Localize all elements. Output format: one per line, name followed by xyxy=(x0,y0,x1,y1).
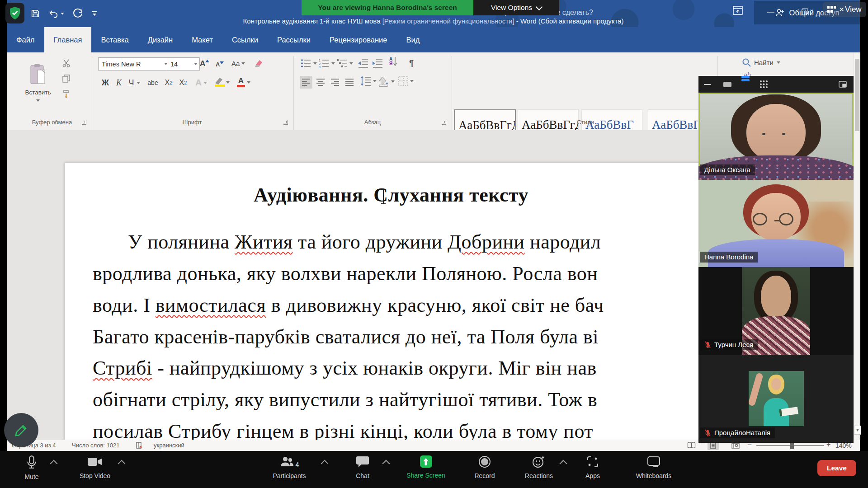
sort-button[interactable]: А Я xyxy=(389,57,397,66)
save-icon[interactable] xyxy=(30,9,40,19)
grid-view-icon[interactable] xyxy=(760,76,768,93)
pop-out-icon[interactable] xyxy=(839,76,847,93)
apps-button[interactable]: Apps xyxy=(566,455,620,479)
superscript-button[interactable]: X2 xyxy=(177,76,189,89)
font-size-combo[interactable]: 14 xyxy=(167,57,200,70)
mute-button[interactable]: Mute xyxy=(5,455,59,480)
cut-icon[interactable] xyxy=(62,59,72,68)
tab-file[interactable]: Файл xyxy=(7,27,44,52)
video-tile[interactable]: Hanna Borodina xyxy=(698,180,854,267)
language-indicator[interactable]: украинский xyxy=(154,442,184,449)
shrink-font-button[interactable]: А xyxy=(216,59,224,70)
bullets-icon xyxy=(301,58,311,68)
paste-label: Вставить xyxy=(25,89,51,96)
read-mode-button[interactable] xyxy=(687,441,696,449)
clipboard-dialog-launcher[interactable] xyxy=(82,120,86,125)
font-color-button[interactable]: А xyxy=(234,75,252,89)
underline-button[interactable]: Ч xyxy=(126,76,143,89)
participant-name-label: ПроцайлоНаталія xyxy=(700,427,775,438)
find-button[interactable]: Найти xyxy=(742,58,780,67)
borders-button[interactable] xyxy=(398,76,414,86)
record-button[interactable]: Record xyxy=(458,455,512,479)
justify-button[interactable] xyxy=(343,76,356,89)
clear-formatting-icon[interactable] xyxy=(253,57,265,69)
increase-indent-icon[interactable] xyxy=(372,58,383,68)
whiteboards-button[interactable]: Whiteboards xyxy=(627,455,681,479)
decrease-indent-icon[interactable] xyxy=(358,58,368,68)
line-spacing-button[interactable] xyxy=(360,76,377,86)
vertical-scrollbar[interactable]: ▼ xyxy=(854,52,860,440)
italic-button[interactable]: К xyxy=(113,76,124,89)
strikethrough-button[interactable]: abe xyxy=(145,76,160,89)
screen-share-banner-text: You are viewing Hanna Borodina's screen xyxy=(318,4,457,12)
word-count[interactable]: Число слов: 1021 xyxy=(72,442,120,449)
multilevel-list-button[interactable] xyxy=(337,58,353,68)
zoom-meeting-toolbar: Mute Stop Video 4 Participants Chat Shar… xyxy=(0,451,868,488)
font-dialog-launcher[interactable] xyxy=(283,120,288,125)
customize-quick-access-icon[interactable] xyxy=(91,10,98,17)
participant-figure xyxy=(782,133,785,135)
view-options-button[interactable]: View Options xyxy=(473,0,559,15)
scrollbar-down-arrow[interactable]: ▼ xyxy=(854,426,861,435)
align-center-button[interactable] xyxy=(314,76,327,89)
show-marks-button[interactable]: ¶ xyxy=(406,57,416,70)
chat-button[interactable]: Chat xyxy=(335,455,390,479)
font-name-combo[interactable]: Times New R xyxy=(98,57,170,70)
video-tile[interactable]: Турчин Леся xyxy=(698,267,854,355)
bullets-dropdown-icon xyxy=(313,62,317,65)
zoom-slider-thumb[interactable] xyxy=(790,442,794,449)
participants-button[interactable]: 4 Participants xyxy=(262,455,316,479)
bullets-button[interactable] xyxy=(301,58,317,68)
tab-layout[interactable]: Макет xyxy=(182,27,222,52)
proofing-error-icon[interactable] xyxy=(136,441,143,449)
leave-button[interactable]: Leave xyxy=(817,460,856,476)
format-painter-icon[interactable] xyxy=(62,89,71,99)
numbering-button[interactable]: 123 xyxy=(319,58,335,68)
ribbon-display-options-icon[interactable] xyxy=(732,5,743,15)
paste-button[interactable]: Вставить xyxy=(18,56,58,109)
zoom-level[interactable]: 140% xyxy=(835,442,852,449)
paragraph-dialog-launcher[interactable] xyxy=(442,120,446,125)
video-tile-active-speaker[interactable]: Дільна Оксана xyxy=(698,93,854,180)
subscript-button[interactable]: X2 xyxy=(162,76,175,89)
muted-mic-icon xyxy=(704,429,711,436)
text-effects-button[interactable]: А xyxy=(195,76,208,89)
numbering-icon: 123 xyxy=(319,58,330,68)
zoom-view-button[interactable]: × View xyxy=(823,2,866,17)
highlight-button[interactable] xyxy=(212,75,231,89)
tab-mailings[interactable]: Рассылки xyxy=(268,27,320,52)
close-icon[interactable]: × xyxy=(839,5,844,14)
svg-text:1: 1 xyxy=(319,59,321,62)
tab-design[interactable]: Дизайн xyxy=(138,27,182,52)
tab-review[interactable]: Рецензирование xyxy=(320,27,396,52)
grow-font-button[interactable]: А xyxy=(200,57,209,70)
annotate-button[interactable] xyxy=(4,413,38,447)
redo-icon[interactable] xyxy=(72,8,83,19)
tab-references[interactable]: Ссылки xyxy=(222,27,268,52)
document-line: Стрибі - найпрудкішому з усіх юнаків окр… xyxy=(93,357,597,380)
tab-insert[interactable]: Вставка xyxy=(91,27,138,52)
minimize-panel-icon[interactable] xyxy=(704,76,711,93)
gallery-strip-view-icon[interactable] xyxy=(741,76,750,93)
align-right-button[interactable] xyxy=(329,76,341,89)
shading-button[interactable] xyxy=(378,76,395,87)
video-tile[interactable]: ПроцайлоНаталія xyxy=(698,355,854,443)
change-case-button[interactable]: Aa xyxy=(231,57,245,70)
clipboard-icon xyxy=(29,64,47,85)
bold-button[interactable]: Ж xyxy=(99,76,111,89)
reactions-button[interactable]: Reactions xyxy=(512,455,566,479)
numbering-dropdown-icon xyxy=(331,62,335,65)
record-icon xyxy=(478,455,491,468)
tab-view[interactable]: Вид xyxy=(396,27,429,52)
stop-video-button[interactable]: Stop Video xyxy=(68,455,122,479)
tab-home[interactable]: Главная xyxy=(44,27,92,52)
scrollbar-thumb[interactable] xyxy=(855,59,859,131)
participants-options-chevron[interactable] xyxy=(321,460,329,468)
security-shield-icon[interactable] xyxy=(5,3,24,23)
undo-icon[interactable] xyxy=(48,9,64,19)
mic-icon xyxy=(26,455,38,469)
share-screen-button[interactable]: Share Screen xyxy=(399,455,453,479)
align-left-button[interactable] xyxy=(300,76,312,89)
speaker-view-icon[interactable] xyxy=(723,76,731,93)
copy-icon[interactable] xyxy=(62,74,71,83)
